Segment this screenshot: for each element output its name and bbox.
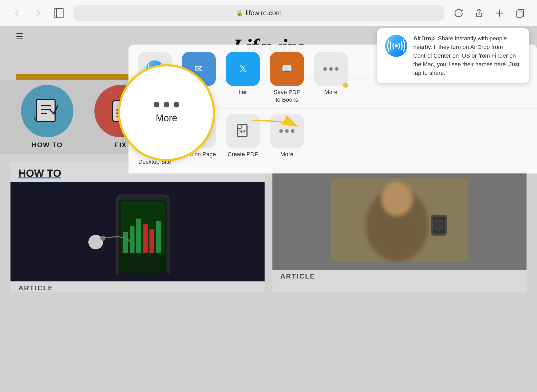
website-content: ☰ Lifewire Tech Untangled HOW TO bbox=[0, 26, 537, 392]
action-more[interactable]: More bbox=[266, 114, 308, 158]
highlight-dots bbox=[154, 102, 179, 107]
svg-rect-5 bbox=[516, 11, 522, 17]
bookmarks-button[interactable] bbox=[52, 7, 66, 20]
address-bar[interactable]: 🔒 lifewire.com bbox=[73, 5, 444, 21]
share-more-top[interactable]: More bbox=[310, 52, 352, 96]
airdrop-icon-wrap bbox=[384, 34, 408, 58]
more-dots-icon bbox=[323, 67, 339, 71]
create-pdf-icon: PDF bbox=[226, 114, 260, 148]
browser-chrome: 🔒 lifewire.com bbox=[0, 0, 537, 26]
yellow-highlight-circle: More bbox=[118, 64, 215, 161]
more-top-share-icon bbox=[314, 52, 348, 86]
share-sheet-overlay: AirDrop. Share instantly with people nea… bbox=[0, 26, 537, 392]
yellow-dot-more bbox=[343, 83, 348, 88]
svg-rect-0 bbox=[55, 8, 63, 18]
forward-button[interactable] bbox=[31, 7, 45, 20]
url-text: lifewire.com bbox=[246, 9, 282, 17]
svg-text:PDF: PDF bbox=[239, 130, 246, 134]
svg-text:📖: 📖 bbox=[281, 63, 293, 74]
more-action-label: More bbox=[280, 151, 293, 158]
reload-button[interactable] bbox=[452, 7, 465, 20]
tabs-button[interactable] bbox=[513, 7, 527, 20]
books-share-icon: 📖 bbox=[270, 52, 304, 86]
svg-text:𝕏: 𝕏 bbox=[239, 63, 247, 74]
airdrop-tooltip: AirDrop. Share instantly with people nea… bbox=[377, 28, 529, 83]
new-tab-button[interactable] bbox=[493, 7, 506, 20]
airdrop-description: AirDrop. Share instantly with people nea… bbox=[413, 34, 522, 77]
more-action-dots-icon bbox=[279, 129, 294, 133]
more-top-share-label: More bbox=[324, 89, 337, 96]
create-pdf-label: Create PDF bbox=[228, 151, 258, 158]
books-share-label: Save PDFto Books bbox=[274, 89, 300, 104]
back-button[interactable] bbox=[10, 7, 24, 20]
share-twitter[interactable]: 𝕏 tter bbox=[222, 52, 264, 96]
highlight-label: More bbox=[156, 113, 177, 124]
share-button[interactable] bbox=[472, 7, 486, 20]
svg-text:✉: ✉ bbox=[195, 63, 203, 74]
twitter-share-label: tter bbox=[239, 89, 247, 96]
action-create-pdf[interactable]: PDF Create PDF bbox=[222, 114, 264, 158]
more-action-icon bbox=[270, 114, 304, 148]
share-books[interactable]: 📖 Save PDFto Books bbox=[266, 52, 308, 104]
svg-rect-50 bbox=[238, 125, 241, 128]
twitter-share-icon: 𝕏 bbox=[226, 52, 260, 86]
lock-icon: 🔒 bbox=[236, 10, 243, 17]
svg-point-36 bbox=[395, 44, 398, 47]
toolbar-right bbox=[452, 7, 527, 20]
